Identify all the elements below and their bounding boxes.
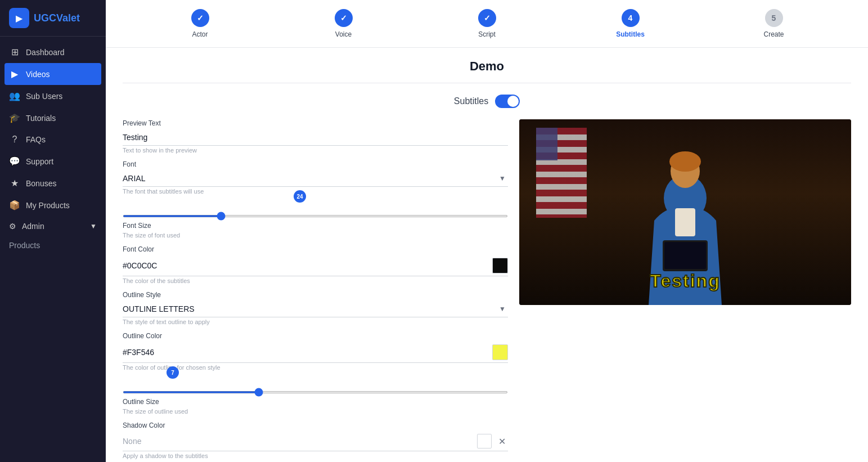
- admin-chevron-icon: ▼: [90, 222, 97, 230]
- logo: ▶ UGCValet: [0, 0, 106, 37]
- shadow-color-clear-button[interactable]: ✕: [496, 435, 508, 448]
- step-circle-actor: ✓: [191, 9, 209, 27]
- shadow-color-input[interactable]: [123, 437, 473, 446]
- outline-color-swatch[interactable]: [492, 344, 508, 360]
- step-circle-script: ✓: [478, 9, 496, 27]
- step-circle-subtitles: 4: [622, 9, 640, 27]
- font-size-label: Font Size: [123, 222, 508, 230]
- font-color-sublabel: The color of the subtitles: [123, 277, 508, 284]
- preview-text-input[interactable]: [123, 129, 508, 146]
- outline-size-slider[interactable]: [123, 391, 508, 393]
- sidebar-item-dashboard-label: Dashboard: [26, 48, 65, 57]
- subtitles-toggle[interactable]: [495, 95, 520, 108]
- bonuses-icon: ★: [9, 178, 20, 189]
- step-circle-voice: ✓: [335, 9, 353, 27]
- logo-valet: Valet: [56, 12, 80, 24]
- sidebar-item-admin-label: Admin: [22, 222, 44, 231]
- outline-color-row: [123, 342, 508, 363]
- wizard-step-script[interactable]: ✓ Script: [415, 9, 559, 38]
- preview-text-label: Preview Text: [123, 119, 508, 127]
- font-label: Font: [123, 160, 508, 168]
- outline-style-select[interactable]: OUTLINE LETTERS NONE DROP SHADOW OUTLINE…: [123, 301, 497, 317]
- outline-color-input[interactable]: [123, 348, 492, 357]
- subtitles-toggle-label: Subtitles: [454, 96, 488, 106]
- sidebar-item-videos[interactable]: ▶ Videos: [5, 63, 101, 85]
- outline-size-sublabel: The size of outline used: [123, 408, 508, 415]
- preview-text-sublabel: Text to show in the preview: [123, 147, 508, 154]
- font-select[interactable]: ARIAL Times New Roman Helvetica Georgia …: [123, 171, 497, 186]
- outline-size-tooltip: 7: [167, 366, 179, 379]
- outline-size-slider-container: 7: [123, 378, 508, 396]
- sidebar-item-my-products-label: My Products: [26, 201, 70, 210]
- shadow-color-row: ✕: [123, 432, 508, 451]
- outline-color-label: Outline Color: [123, 332, 508, 340]
- font-size-sublabel: The size of font used: [123, 232, 508, 239]
- sidebar-products: Products: [0, 236, 106, 254]
- form-panel: Preview Text Text to show in the preview…: [123, 119, 508, 462]
- sidebar: ▶ UGCValet ⊞ Dashboard ▶ Videos 👥 Sub Us…: [0, 0, 106, 462]
- step-label-actor: Actor: [192, 30, 208, 38]
- flag-canton: [536, 128, 557, 160]
- logo-play-icon: ▶: [16, 13, 23, 24]
- subtitles-toggle-row: Subtitles: [123, 95, 851, 108]
- main-content: ✓ Actor ✓ Voice ✓ Script 4 Subtitles 5 C…: [106, 0, 868, 462]
- font-group: Font ARIAL Times New Roman Helvetica Geo…: [123, 160, 508, 195]
- step-label-script: Script: [478, 30, 496, 38]
- font-select-row: ARIAL Times New Roman Helvetica Georgia …: [123, 171, 508, 187]
- wizard-step-voice[interactable]: ✓ Voice: [272, 9, 415, 38]
- svg-rect-3: [675, 208, 695, 236]
- sidebar-item-sub-users-label: Sub Users: [26, 92, 62, 101]
- page-content: Demo Subtitles Preview Text Text to show…: [106, 48, 868, 462]
- videos-icon: ▶: [9, 69, 20, 79]
- toggle-knob: [507, 96, 519, 107]
- wizard-step-create[interactable]: 5 Create: [702, 9, 845, 38]
- two-col-layout: Preview Text Text to show in the preview…: [123, 119, 851, 462]
- outline-style-sublabel: The style of text outline to apply: [123, 319, 508, 325]
- font-select-arrow-icon: ▼: [497, 171, 508, 186]
- font-size-tooltip: 24: [294, 190, 306, 203]
- svg-point-2: [669, 151, 701, 172]
- sidebar-item-bonuses[interactable]: ★ Bonuses: [0, 172, 106, 194]
- step-circle-create: 5: [765, 9, 783, 27]
- shadow-color-group: Shadow Color ✕ Apply a shadow to the sub…: [123, 421, 508, 459]
- sidebar-item-faqs[interactable]: ? FAQs: [0, 129, 106, 150]
- sidebar-item-videos-label: Videos: [26, 70, 50, 79]
- sidebar-item-my-products[interactable]: 📦 My Products: [0, 194, 106, 216]
- step-label-create: Create: [763, 30, 784, 38]
- video-preview: Testing: [519, 119, 851, 305]
- admin-icon: ⚙: [9, 222, 16, 231]
- sidebar-item-sub-users[interactable]: 👥 Sub Users: [0, 85, 106, 107]
- outline-style-select-row: OUTLINE LETTERS NONE DROP SHADOW OUTLINE…: [123, 301, 508, 317]
- sidebar-item-tutorials[interactable]: 🎓 Tutorials: [0, 107, 106, 129]
- font-color-swatch[interactable]: [492, 258, 508, 273]
- support-icon: 💬: [9, 156, 20, 167]
- step-label-subtitles: Subtitles: [616, 30, 645, 38]
- font-size-slider[interactable]: [123, 215, 508, 217]
- preview-panel: Testing: [519, 119, 851, 462]
- faqs-icon: ?: [9, 134, 20, 145]
- sidebar-item-dashboard[interactable]: ⊞ Dashboard: [0, 41, 106, 63]
- logo-text: UGCValet: [34, 12, 80, 24]
- font-color-row: [123, 255, 508, 276]
- my-products-icon: 📦: [9, 200, 20, 210]
- logo-icon: ▶: [9, 8, 29, 28]
- sidebar-item-support[interactable]: 💬 Support: [0, 150, 106, 172]
- sidebar-item-support-label: Support: [26, 157, 53, 166]
- shadow-color-sublabel: Apply a shadow to the subtitles: [123, 452, 508, 459]
- font-color-input[interactable]: [123, 261, 492, 270]
- wizard-steps: ✓ Actor ✓ Voice ✓ Script 4 Subtitles 5 C…: [106, 0, 868, 48]
- sidebar-item-admin[interactable]: ⚙ Admin ▼: [0, 216, 106, 236]
- outline-color-sublabel: The color of outline for chosen style: [123, 364, 508, 371]
- sidebar-item-tutorials-label: Tutorials: [26, 114, 56, 123]
- shadow-color-swatch[interactable]: [477, 434, 492, 448]
- preview-subtitle-container: Testing: [650, 271, 720, 291]
- wizard-step-subtitles[interactable]: 4 Subtitles: [559, 9, 702, 38]
- products-label: Products: [9, 241, 40, 250]
- sub-users-icon: 👥: [9, 91, 20, 101]
- wizard-step-actor[interactable]: ✓ Actor: [128, 9, 272, 38]
- preview-subtitle-text: Testing: [650, 271, 720, 291]
- logo-ugc: UGC: [34, 12, 56, 24]
- sidebar-nav: ⊞ Dashboard ▶ Videos 👥 Sub Users 🎓 Tutor…: [0, 37, 106, 462]
- font-sublabel: The font that subtitles will use: [123, 188, 508, 195]
- outline-size-label: Outline Size: [123, 398, 508, 406]
